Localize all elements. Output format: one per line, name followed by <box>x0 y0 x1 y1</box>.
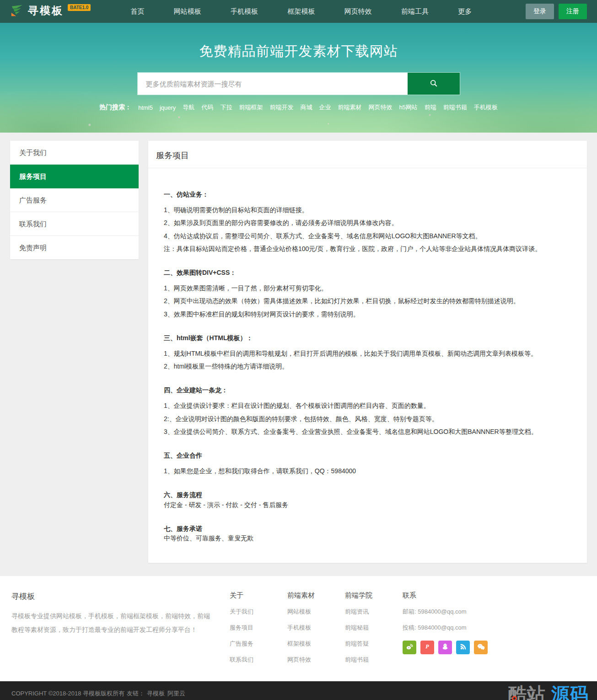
footer-link[interactable]: 前端答疑 <box>345 640 403 648</box>
hot-search-tag[interactable]: 前端框架 <box>239 103 263 112</box>
footer-link[interactable]: 联系我们 <box>230 656 287 664</box>
footer-link[interactable]: 前端秘籍 <box>345 624 403 632</box>
footer-column-title: 前端素材 <box>287 591 345 600</box>
footer-column: 前端素材 网站模板 手机模板 框架模板 网页特效 <box>287 591 345 664</box>
service-section: 五、企业合作 1、如果您是企业，想和我们取得合作，请联系我们，QQ：598400… <box>164 451 571 475</box>
footer-link[interactable]: 网站模板 <box>287 608 345 616</box>
login-button[interactable]: 登录 <box>526 4 554 19</box>
hot-search-tag[interactable]: html5 <box>138 104 153 111</box>
auth-buttons: 登录 注册 <box>526 4 587 19</box>
nav-item[interactable]: 手机模板 <box>227 5 262 18</box>
search-button[interactable] <box>408 73 460 95</box>
section-line: 2:、企业说明对设计图的颜色和版面的特别要求，包括特效、颜色、风格、宽度、特别专… <box>164 415 571 423</box>
hot-search-tag[interactable]: 企业 <box>319 103 331 112</box>
sidebar-item[interactable]: 广告服务 <box>10 188 139 212</box>
footer-columns: 关于 关于我们 服务项目 广告服务 联系我们 前端素材 <box>230 591 403 664</box>
footer-about-desc: 寻模板专业提供网站模板，手机模板，前端框架模板，前端特效，前端教程等素材资源，致… <box>11 609 211 636</box>
register-button[interactable]: 注册 <box>559 4 587 19</box>
hot-search-tag[interactable]: 手机模板 <box>474 103 498 112</box>
search-bar <box>138 73 460 95</box>
section-line: 注：具体目标站因站而定价格，普通企业站价格100元/页，教育行业，医院，政府，门… <box>164 245 571 253</box>
section-line: 付定金 - 研发 - 演示 - 付款 - 交付 - 售后服务 <box>164 501 571 509</box>
hot-search-tag[interactable]: 前端开发 <box>269 103 293 112</box>
section-line: 1、企业提供设计要求：栏目在设计图的规划、各个模板设计图调用的栏目内容、页面的数… <box>164 401 571 410</box>
svg-text:P: P <box>425 643 429 650</box>
site-logo[interactable]: 寻模板 BATE1.0 <box>10 4 91 19</box>
service-section: 七、服务承诺 中等价位、可靠服务、童叟无欺 <box>164 524 571 542</box>
footer-link[interactable]: 服务项目 <box>230 624 287 632</box>
hot-search-tag[interactable]: 导航 <box>183 103 194 112</box>
nav-item[interactable]: 前端工具 <box>398 5 432 18</box>
weibo-button[interactable] <box>403 641 416 654</box>
section-lines: 付定金 - 研发 - 演示 - 付款 - 交付 - 售后服务 <box>164 501 571 509</box>
hot-search-tag[interactable]: 前端 <box>425 103 436 112</box>
friend-link[interactable]: 寻模板 <box>147 689 165 698</box>
copyright-bar: COPYRIGHT ©2018-2018 寻模板版权所有 友链： 寻模板 阿里云… <box>0 681 597 700</box>
nav-item[interactable]: 首页 <box>127 5 148 18</box>
friend-links-label: 友链： <box>127 689 145 698</box>
hot-search-tags: html5 jquery 导航 代码 下拉 前端框架 前端开发 商城 企业 前端… <box>138 103 498 112</box>
nav-item[interactable]: 框架模板 <box>284 5 318 18</box>
weibo-icon <box>405 642 414 652</box>
nav-item[interactable]: 网站模板 <box>170 5 205 18</box>
hot-search-tag[interactable]: jquery <box>160 104 176 111</box>
section-lines: 1、企业提供设计要求：栏目在设计图的规划、各个模板设计图调用的栏目内容、页面的数… <box>164 401 571 436</box>
sidebar-item[interactable]: 关于我们 <box>10 141 139 165</box>
footer-link[interactable]: 广告服务 <box>230 640 287 648</box>
service-section: 六、服务流程 付定金 - 研发 - 演示 - 付款 - 交付 - 售后服务 <box>164 491 571 508</box>
footer-column-links: 前端资讯 前端秘籍 前端答疑 前端书籍 <box>345 608 403 664</box>
footer-column: 前端学院 前端资讯 前端秘籍 前端答疑 前端书籍 <box>345 591 403 664</box>
friend-links: 寻模板 阿里云 <box>147 689 185 698</box>
footer-contact-line: 投稿: 5984000@qq.com <box>403 624 540 632</box>
site-footer: 寻模板 寻模板专业提供网站模板，手机模板，前端框架模板，前端特效，前端教程等素材… <box>0 576 597 681</box>
rss-icon <box>459 643 467 652</box>
section-line: 3、效果图中标准栏目的规划和特别对网页设计的要求，需特别说明。 <box>164 310 571 318</box>
hot-search-tag[interactable]: 下拉 <box>220 103 232 112</box>
footer-column: 关于 关于我们 服务项目 广告服务 联系我们 <box>230 591 287 664</box>
footer-link[interactable]: 框架模板 <box>287 640 345 648</box>
section-heading: 三、html嵌套（HTML模板）： <box>164 334 571 342</box>
hot-search-tag[interactable]: 商城 <box>300 103 312 112</box>
hero-banner: 免费精品前端开发素材下载网站 热门搜索： html5 jquery 导航 代码 <box>0 23 597 133</box>
nav-item[interactable]: 更多 <box>454 5 475 18</box>
section-line: 4、仿站达成协议后，需整理公司简介、联系方式、企业备案号、域名信息和网站LOGO… <box>164 232 571 240</box>
hot-search-tag[interactable]: h5网站 <box>399 103 417 112</box>
section-lines: 中等价位、可靠服务、童叟无欺 <box>164 534 571 542</box>
footer-link[interactable]: 手机模板 <box>287 624 345 632</box>
sidebar-item[interactable]: 服务项目 <box>10 165 139 188</box>
rss-button[interactable] <box>456 641 470 654</box>
content-layout: 关于我们 服务项目 广告服务 联系我们 免责声明 服务项目 一、仿站业务： 1、… <box>0 133 597 576</box>
search-input[interactable] <box>138 73 408 95</box>
service-section: 四、企业建站一条龙： 1、企业提供设计要求：栏目在设计图的规划、各个模板设计图调… <box>164 386 571 436</box>
section-line: 中等价位、可靠服务、童叟无欺 <box>164 534 571 542</box>
pinterest-button[interactable]: P <box>420 641 434 654</box>
site-logo-text: 寻模板 <box>28 4 64 17</box>
hot-search-tag[interactable]: 代码 <box>201 103 213 112</box>
section-line: 1、明确说明需要仿制的目标站和页面的详细链接。 <box>164 206 571 214</box>
hot-search-tag[interactable]: 前端素材 <box>338 103 361 112</box>
footer-column-title: 前端学院 <box>345 591 403 600</box>
wechat-button[interactable] <box>474 641 488 654</box>
footer-link[interactable]: 网页特效 <box>287 656 345 664</box>
qq-button[interactable] <box>438 641 452 654</box>
hot-search-row: 热门搜索： html5 jquery 导航 代码 下拉 前端框架 前端开发 商城… <box>0 103 597 112</box>
footer-about: 寻模板 寻模板专业提供网站模板，手机模板，前端框架模板，前端特效，前端教程等素材… <box>11 591 230 664</box>
hot-search-tag[interactable]: 网页特效 <box>368 103 392 112</box>
nav-item[interactable]: 网页特效 <box>341 5 376 18</box>
footer-link[interactable]: 前端资讯 <box>345 608 403 616</box>
search-icon <box>429 79 438 89</box>
beta-badge: BATE1.0 <box>68 4 91 11</box>
watermark-gray-text: 酷站 <box>508 684 546 700</box>
footer-link[interactable]: 前端书籍 <box>345 656 403 664</box>
section-heading: 四、企业建站一条龙： <box>164 386 571 394</box>
sidebar-item[interactable]: 免责声明 <box>10 236 139 259</box>
friend-link[interactable]: 阿里云 <box>167 689 185 698</box>
hot-search-label: 热门搜索： <box>99 103 131 112</box>
sidebar-item[interactable]: 联系我们 <box>10 212 139 236</box>
section-heading: 六、服务流程 <box>164 491 571 499</box>
hot-search-tag[interactable]: 前端书籍 <box>443 103 467 112</box>
section-lines: 1、网页效果图需清晰，一目了然，部分素材可剪切零化。 2、网页中出现动态的效果（… <box>164 284 571 318</box>
site-logo-icon <box>10 4 24 19</box>
wechat-icon <box>477 642 485 653</box>
footer-link[interactable]: 关于我们 <box>230 608 287 616</box>
